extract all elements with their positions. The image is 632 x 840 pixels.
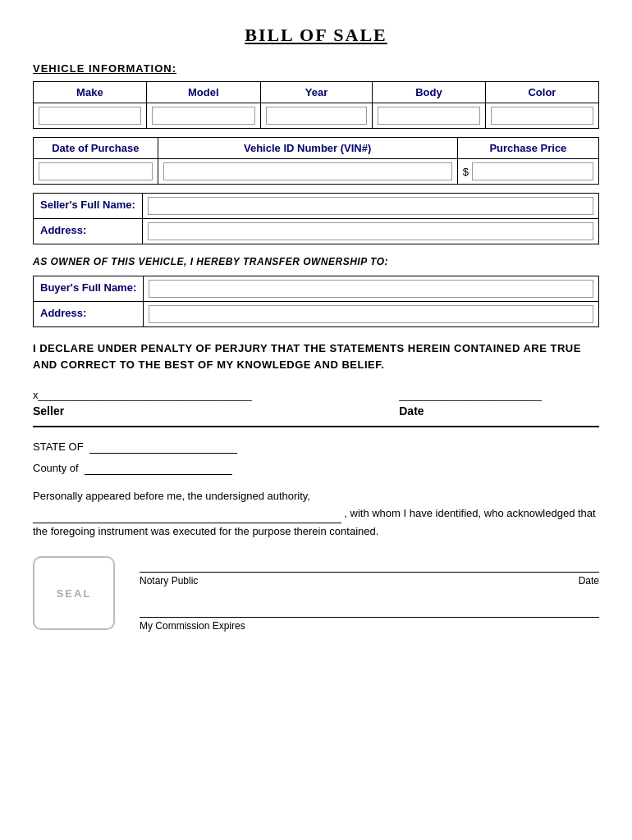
seller-address-cell bbox=[142, 219, 598, 244]
commission-label: My Commission Expires bbox=[140, 620, 599, 632]
seller-address-label: Address: bbox=[34, 219, 143, 244]
buyer-address-input[interactable] bbox=[149, 305, 593, 323]
notary-date-label: Date bbox=[579, 575, 599, 587]
seller-info-table: Seller's Full Name: Address: bbox=[33, 193, 599, 244]
notary-lines: Notary Public Date My Commission Expires bbox=[140, 556, 599, 646]
seller-name-input[interactable] bbox=[148, 197, 593, 215]
seller-label: Seller bbox=[33, 404, 366, 418]
col-vin: Vehicle ID Number (VIN#) bbox=[158, 138, 457, 159]
county-blank bbox=[85, 462, 232, 475]
seller-sig-line: x____________________________________ bbox=[33, 389, 366, 401]
price-cell: $ bbox=[457, 159, 598, 185]
state-county-area: STATE OF County of bbox=[33, 441, 599, 475]
transfer-text: AS OWNER OF THIS VEHICLE, I HEREBY TRANS… bbox=[33, 256, 599, 267]
seal-notary-row: SEAL Notary Public Date My Commission Ex… bbox=[33, 556, 599, 646]
make-cell bbox=[34, 103, 147, 129]
col-make: Make bbox=[34, 82, 147, 103]
model-cell bbox=[146, 103, 260, 129]
dollar-sign: $ bbox=[463, 166, 469, 178]
date-sig-line: ________________________ bbox=[399, 389, 599, 401]
buyer-address-cell bbox=[144, 302, 599, 327]
buyer-name-label: Buyer's Full Name: bbox=[34, 276, 144, 302]
col-date-of-purchase: Date of Purchase bbox=[34, 138, 158, 159]
state-label: STATE OF bbox=[33, 441, 84, 453]
make-input[interactable] bbox=[39, 107, 141, 125]
year-cell bbox=[260, 103, 372, 129]
notary-public-label: Notary Public bbox=[140, 575, 198, 587]
county-line: County of bbox=[33, 462, 599, 475]
col-model: Model bbox=[146, 82, 260, 103]
color-cell bbox=[485, 103, 598, 129]
buyer-info-table: Buyer's Full Name: Address: bbox=[33, 276, 599, 327]
seller-name-label: Seller's Full Name: bbox=[34, 194, 143, 219]
seller-name-cell bbox=[142, 194, 598, 219]
notary-blank bbox=[33, 505, 341, 523]
col-purchase-price: Purchase Price bbox=[457, 138, 598, 159]
commission-line: My Commission Expires bbox=[140, 601, 599, 632]
year-input[interactable] bbox=[266, 107, 367, 125]
date-cell bbox=[34, 159, 158, 185]
vin-input[interactable] bbox=[163, 162, 452, 180]
notary-public-line: Notary Public Date bbox=[140, 556, 599, 587]
body-cell bbox=[373, 103, 486, 129]
model-input[interactable] bbox=[152, 107, 255, 125]
signature-area: x____________________________________ __… bbox=[33, 389, 599, 418]
state-blank bbox=[89, 441, 237, 454]
buyer-name-cell bbox=[144, 276, 599, 302]
vehicle-info-table: Make Model Year Body Color bbox=[33, 81, 599, 129]
notary-text-part1: Personally appeared before me, the under… bbox=[33, 490, 310, 502]
declaration-text: I DECLARE UNDER PENALTY OF PERJURY THAT … bbox=[33, 340, 599, 372]
page-title: BILL OF SALE bbox=[33, 25, 599, 46]
divider bbox=[33, 426, 599, 427]
vehicle-section-title: VEHICLE INFORMATION: bbox=[33, 62, 599, 75]
col-color: Color bbox=[485, 82, 598, 103]
buyer-address-label: Address: bbox=[34, 302, 144, 327]
notary-text: Personally appeared before me, the under… bbox=[33, 488, 599, 540]
buyer-name-input[interactable] bbox=[149, 280, 593, 298]
notary-sig-line bbox=[140, 556, 599, 573]
state-line: STATE OF bbox=[33, 441, 599, 454]
county-label: County of bbox=[33, 462, 79, 474]
seal-box: SEAL bbox=[33, 556, 115, 630]
notary-line-labels: Notary Public Date bbox=[140, 575, 599, 587]
purchase-table: Date of Purchase Vehicle ID Number (VIN#… bbox=[33, 137, 599, 185]
seller-address-input[interactable] bbox=[148, 222, 593, 240]
col-year: Year bbox=[260, 82, 372, 103]
date-input[interactable] bbox=[39, 162, 153, 180]
commission-sig-line bbox=[140, 601, 599, 618]
vin-cell bbox=[158, 159, 457, 185]
body-input[interactable] bbox=[378, 107, 480, 125]
col-body: Body bbox=[373, 82, 486, 103]
date-label: Date bbox=[399, 404, 599, 418]
color-input[interactable] bbox=[491, 107, 593, 125]
price-input[interactable] bbox=[472, 162, 593, 180]
